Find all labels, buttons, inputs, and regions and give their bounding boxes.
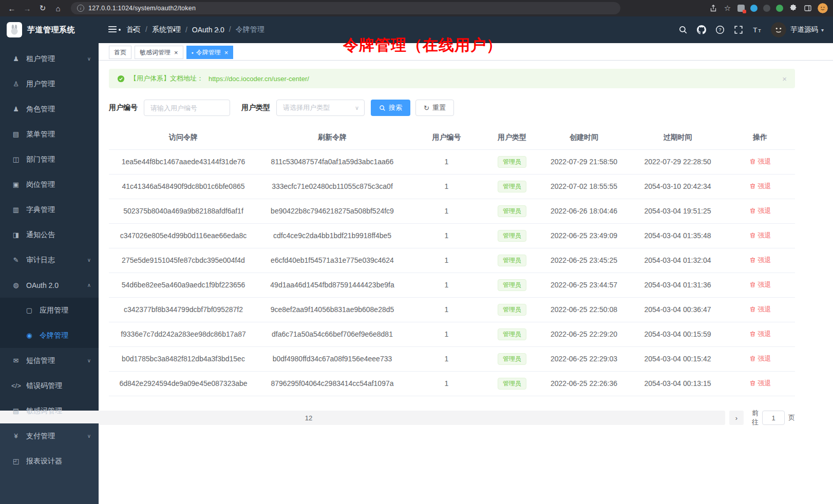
extension-icon[interactable]	[737, 5, 745, 12]
force-logout-button[interactable]: 强退	[749, 157, 771, 166]
alert-close-icon[interactable]: ×	[782, 74, 787, 83]
sidebar-item[interactable]: ¥ 支付管理 ∨	[0, 423, 99, 449]
extensions-puzzle-icon[interactable]	[789, 4, 798, 13]
side-panel-icon[interactable]	[803, 4, 812, 13]
action-cell: 强退	[725, 174, 795, 199]
sidebar-item[interactable]: ♟ 租户管理 ∨	[0, 46, 99, 71]
sidebar-item[interactable]: ✉ 短信管理 ∨	[0, 348, 99, 373]
font-size-icon[interactable]: TT	[752, 25, 762, 35]
success-check-icon	[117, 75, 125, 83]
force-logout-label: 强退	[758, 231, 771, 240]
sidebar-item[interactable]: </> 错误码管理	[0, 373, 99, 398]
fullscreen-icon[interactable]	[734, 25, 744, 35]
sidebar-item[interactable]: ▣ 岗位管理	[0, 172, 99, 197]
content: 【用户体系】文档地址： https://doc.iocoder.cn/user-…	[99, 61, 833, 431]
user-id-cell: 1	[407, 248, 486, 273]
address-bar[interactable]: i 127.0.0.1:1024/system/oauth2/token	[71, 2, 620, 14]
refresh-token-cell: 8796295f04064c2983414cc54af1097a	[258, 371, 407, 396]
sidebar-toggle-icon[interactable]	[108, 25, 118, 35]
access-token-cell: 54d6be82ee5a460a9aedc1f9bf223656	[109, 273, 258, 297]
expire-time-cell: 2054-03-04 00:15:42	[630, 346, 725, 371]
extension-icon[interactable]	[750, 5, 758, 12]
app-logo-area[interactable]: 芋道管理系统	[0, 16, 99, 43]
browser-back-icon[interactable]: ←	[5, 2, 18, 14]
help-icon[interactable]: ?	[715, 25, 725, 35]
expire-time-cell: 2054-03-04 00:13:15	[630, 371, 725, 396]
tab[interactable]: 敏感词管理 ×	[135, 46, 183, 59]
action-cell: 强退	[725, 248, 795, 273]
browser-reload-icon[interactable]: ↻	[36, 2, 49, 14]
force-logout-label: 强退	[758, 256, 771, 265]
page-button[interactable]: 12	[0, 411, 725, 425]
force-logout-button[interactable]: 强退	[749, 256, 771, 265]
extension-icon[interactable]	[763, 5, 770, 12]
caret-down-icon: ▾	[821, 27, 824, 33]
delete-icon	[749, 232, 756, 239]
tab-close-icon[interactable]: ×	[224, 49, 229, 56]
sidebar-item[interactable]: ♟ 角色管理	[0, 96, 99, 122]
sidebar-item[interactable]: ▤ 菜单管理	[0, 122, 99, 147]
table-row: c347026e805e4d99b0d116eae66eda8c cdfc4ce…	[109, 223, 795, 248]
force-logout-button[interactable]: 强退	[749, 329, 771, 339]
sidebar-item-icon: ▤	[11, 407, 21, 415]
bookmark-star-icon[interactable]: ☆	[723, 4, 732, 13]
chevron-icon: ∧	[87, 282, 91, 288]
user-type-badge: 管理员	[498, 255, 526, 266]
sidebar-item-icon: ♟	[11, 55, 21, 63]
delete-icon	[749, 158, 756, 165]
user-menu[interactable]: 芋道源码 ▾	[771, 22, 824, 37]
site-info-icon[interactable]: i	[77, 5, 84, 12]
browser-profile-avatar[interactable]	[818, 3, 828, 13]
goto-page-input[interactable]	[762, 411, 785, 425]
user-type-select[interactable]: 请选择用户类型 ∨	[276, 100, 365, 116]
sidebar-item-label: 岗位管理	[26, 180, 91, 189]
force-logout-button[interactable]: 强退	[749, 182, 771, 191]
table-header-row: 访问令牌刷新令牌用户编号用户类型创建时间过期时间操作	[109, 126, 795, 149]
sidebar-item[interactable]: ◰ 报表设计器	[0, 449, 99, 474]
active-dot-icon: ●	[192, 51, 194, 54]
browser-forward-icon[interactable]: →	[21, 2, 34, 14]
chevron-icon: ∨	[87, 358, 91, 363]
sidebar-item-label: 支付管理	[26, 432, 91, 441]
refresh-icon: ↻	[424, 105, 429, 111]
extension-icon[interactable]	[776, 5, 783, 12]
sidebar-item[interactable]: ✎ 审计日志 ∨	[0, 247, 99, 273]
sidebar-item[interactable]: ▥ 字典管理	[0, 197, 99, 222]
tab-close-icon[interactable]: ×	[174, 49, 178, 56]
force-logout-button[interactable]: 强退	[749, 280, 771, 289]
access-token-cell: c347026e805e4d99b0d116eae66eda8c	[109, 223, 258, 248]
doc-link[interactable]: https://doc.iocoder.cn/user-center/	[209, 75, 309, 83]
force-logout-button[interactable]: 强退	[749, 231, 771, 240]
access-token-cell: 275e5de9151045fe87cbdc395e004f4d	[109, 248, 258, 273]
chevron-icon: ∨	[87, 433, 91, 439]
breadcrumb-item[interactable]: 令牌管理	[224, 25, 264, 34]
sidebar-item[interactable]: ◍ OAuth 2.0 ∧	[0, 273, 99, 298]
sidebar-item[interactable]: ♙ 用户管理	[0, 71, 99, 96]
tab[interactable]: ● 令牌管理 ×	[186, 46, 234, 59]
sidebar-item[interactable]: ▢ 应用管理	[0, 298, 99, 323]
sidebar-item[interactable]: ◫ 部门管理	[0, 147, 99, 172]
created-time-cell: 2022-07-02 18:55:55	[538, 174, 630, 199]
user-type-badge: 管理员	[498, 230, 526, 242]
share-icon[interactable]	[709, 4, 717, 13]
sidebar-item[interactable]: ▤ 敏感词管理	[0, 398, 99, 423]
github-icon[interactable]	[697, 25, 707, 35]
reset-button[interactable]: ↻ 重置	[415, 100, 454, 116]
force-logout-button[interactable]: 强退	[749, 379, 771, 388]
search-icon[interactable]	[678, 25, 688, 35]
next-page-button[interactable]: ›	[729, 411, 744, 425]
search-button[interactable]: 搜索	[371, 100, 410, 116]
browser-home-icon[interactable]: ⌂	[51, 2, 65, 14]
url-text: 127.0.0.1:1024/system/oauth2/token	[88, 5, 196, 12]
sidebar-item-icon: ▣	[11, 181, 21, 188]
sidebar-item[interactable]: ◉ 令牌管理	[0, 323, 99, 348]
sidebar-item[interactable]: ◨ 通知公告	[0, 222, 99, 247]
user-type-badge: 管理员	[498, 205, 526, 217]
user-type-badge: 管理员	[498, 156, 526, 168]
expire-time-cell: 2054-03-04 19:51:25	[630, 199, 725, 223]
force-logout-button[interactable]: 强退	[749, 206, 771, 216]
user-id-input[interactable]	[144, 100, 230, 116]
tab[interactable]: 首页	[109, 46, 131, 59]
force-logout-button[interactable]: 强退	[749, 354, 771, 363]
force-logout-button[interactable]: 强退	[749, 305, 771, 314]
